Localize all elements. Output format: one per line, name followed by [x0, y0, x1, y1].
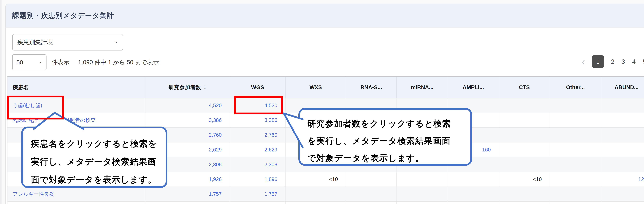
- page-left-margin: [0, 0, 2, 204]
- column-header[interactable]: ABUND...: [601, 77, 644, 98]
- disease-link[interactable]: 臨床研究計画における対照者の検査: [12, 117, 96, 124]
- count-link[interactable]: 4,520: [264, 102, 277, 108]
- page-size-select[interactable]: 50 ▼: [12, 54, 46, 70]
- count-link[interactable]: 1,926: [209, 176, 222, 182]
- table-cell: [499, 187, 550, 201]
- callout-text-line: を実行し、メタデータ検索結果画面: [307, 132, 470, 149]
- column-header-label: WGS: [251, 84, 264, 91]
- column-header-label: ABUND...: [614, 84, 638, 91]
- table-info-row: 件表示 1,090 件中 1 から 50 まで表示: [52, 54, 159, 70]
- column-header[interactable]: CTS: [499, 77, 550, 98]
- count-link[interactable]: 12: [638, 176, 644, 182]
- table-type-select[interactable]: 疾患別集計表 ▼: [12, 34, 123, 50]
- count-link[interactable]: 2,308: [264, 162, 277, 167]
- table-cell: 12: [601, 172, 644, 187]
- table-cell: [397, 172, 448, 187]
- table-cell: [550, 157, 601, 172]
- table-cell: [448, 187, 499, 201]
- column-header[interactable]: 研究参加者数↓: [146, 77, 230, 98]
- table-cell: <10: [286, 172, 346, 187]
- table-cell: [550, 98, 601, 113]
- callout-text-line: 研究参加者数をクリックすると検索: [307, 115, 470, 132]
- participants-callout: 研究参加者数をクリックすると検索 を実行し、メタデータ検索結果画面 で対象データ…: [298, 108, 472, 166]
- table-cell: [346, 172, 397, 187]
- count-link[interactable]: 2,308: [209, 162, 222, 167]
- count-link[interactable]: 4,520: [209, 102, 222, 108]
- table-cell: [601, 98, 644, 113]
- table-cell: 3,386: [230, 113, 286, 127]
- column-header[interactable]: AMPLI...: [448, 77, 499, 98]
- table-cell: 1,896: [230, 172, 286, 187]
- table-cell: [550, 172, 601, 187]
- table-cell: [550, 187, 601, 201]
- count-link[interactable]: 2,760: [264, 132, 277, 138]
- table-cell: [448, 202, 499, 204]
- table-cell: [601, 128, 644, 142]
- table-cell: 4,520: [230, 98, 286, 113]
- count-link[interactable]: 160: [482, 147, 491, 153]
- table-cell: 臨床研究計画における対照者の検査: [8, 113, 146, 127]
- table-cell: 2,308: [230, 157, 286, 172]
- sort-desc-icon: ↓: [204, 84, 206, 91]
- chevron-down-icon: ▼: [114, 41, 118, 44]
- pagination-page-active[interactable]: 1: [592, 55, 604, 68]
- disease-link[interactable]: う歯(むし歯): [12, 102, 42, 109]
- chevron-down-icon: ▼: [39, 61, 42, 64]
- table-type-select-value: 疾患別集計表: [17, 38, 53, 46]
- column-header[interactable]: WGS: [230, 77, 286, 98]
- table-cell: アレルギー性鼻炎: [8, 187, 146, 201]
- table-cell: [499, 128, 550, 142]
- masked-count-text: <10: [533, 176, 542, 182]
- count-link[interactable]: 1,896: [264, 176, 277, 182]
- column-header-label: 研究参加者数: [168, 84, 201, 91]
- count-link[interactable]: 2,629: [264, 147, 277, 153]
- count-link[interactable]: 3,386: [209, 117, 222, 123]
- column-header[interactable]: miRNA...: [397, 77, 448, 98]
- pagination-prev-button[interactable]: ‹: [582, 55, 585, 68]
- pagination-page[interactable]: 4: [632, 58, 636, 65]
- pagination-page[interactable]: 2: [611, 58, 614, 65]
- count-link[interactable]: 1,757: [264, 191, 277, 197]
- page-size-select-value: 50: [16, 59, 23, 66]
- table-cell: [286, 202, 346, 204]
- pagination-page[interactable]: 5: [643, 58, 644, 65]
- table-cell: [499, 98, 550, 113]
- column-header[interactable]: Other...: [550, 77, 601, 98]
- table-cell: [550, 113, 601, 127]
- page-title: 課題別・疾患別メタデータ集計: [12, 11, 114, 20]
- table-cell: 1,757: [146, 187, 230, 201]
- masked-count-text: <10: [329, 176, 338, 182]
- range-info: 1,090 件中 1 から 50 まで表示: [78, 58, 159, 66]
- table-cell: [230, 202, 286, 204]
- column-header[interactable]: RNA-S...: [346, 77, 397, 98]
- table-row: [8, 202, 644, 204]
- callout-text-line: で対象データを表示します。: [307, 149, 470, 167]
- count-link[interactable]: 2,629: [209, 147, 222, 153]
- column-header[interactable]: WXS: [286, 77, 346, 98]
- table-cell: [601, 202, 644, 204]
- page-size-label: 件表示: [52, 58, 70, 66]
- pagination-page[interactable]: 3: [622, 58, 625, 65]
- column-header-label: 疾患名: [12, 84, 29, 91]
- callout-text-line: 実行し、メタデータ検索結果画: [31, 153, 166, 171]
- column-header[interactable]: 疾患名: [8, 77, 146, 98]
- column-header-label: CTS: [519, 84, 530, 91]
- table-cell: [499, 157, 550, 172]
- table-cell: [601, 113, 644, 127]
- disease-link[interactable]: アレルギー性鼻炎: [12, 191, 54, 198]
- table-cell: [499, 202, 550, 204]
- table-cell: [499, 113, 550, 127]
- table-cell: [499, 142, 550, 157]
- callout-text-line: 疾患名をクリックすると検索を: [31, 135, 166, 153]
- table-cell: [550, 142, 601, 157]
- count-link[interactable]: 2,760: [209, 132, 222, 138]
- table-cell: 2,760: [230, 128, 286, 142]
- panel-title-band: 課題別・疾患別メタデータ集計: [6, 4, 644, 27]
- column-header-label: Other...: [566, 84, 585, 91]
- table-cell: [397, 187, 448, 201]
- table-cell: [601, 142, 644, 157]
- table-cell: [601, 157, 644, 172]
- count-link[interactable]: 1,757: [209, 191, 222, 197]
- table-cell: [448, 172, 499, 187]
- count-link[interactable]: 3,386: [264, 117, 277, 123]
